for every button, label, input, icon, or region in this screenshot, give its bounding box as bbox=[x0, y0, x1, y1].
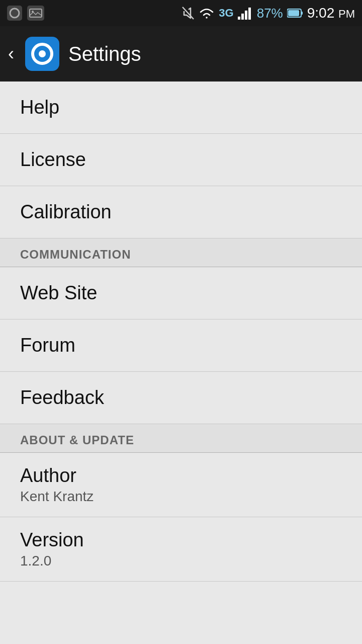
menu-item-calibration[interactable]: Calibration bbox=[0, 186, 362, 238]
menu-item-help-label: Help bbox=[20, 97, 59, 118]
status-bar: 3G 87% 9:02 PM bbox=[0, 0, 362, 26]
section-header-about: ABOUT & UPDATE bbox=[0, 424, 362, 452]
status-bar-right: 3G 87% 9:02 PM bbox=[182, 5, 355, 21]
status-bar-left bbox=[7, 6, 44, 21]
app-icon-ring bbox=[31, 43, 53, 65]
wifi-icon bbox=[199, 7, 215, 20]
svg-rect-9 bbox=[248, 8, 251, 20]
top-bar: ‹ Settings bbox=[0, 26, 362, 82]
menu-item-forum[interactable]: Forum bbox=[0, 319, 362, 372]
back-arrow-icon[interactable]: ‹ bbox=[8, 43, 16, 64]
menu-item-feedback[interactable]: Feedback bbox=[0, 372, 362, 424]
menu-item-calibration-label: Calibration bbox=[20, 201, 112, 222]
image-status-icon bbox=[27, 6, 44, 21]
menu-item-license-label: License bbox=[20, 149, 86, 170]
menu-item-version[interactable]: Version 1.2.0 bbox=[0, 517, 362, 582]
menu-item-forum-label: Forum bbox=[20, 335, 75, 356]
svg-rect-6 bbox=[238, 17, 240, 20]
svg-point-4 bbox=[32, 11, 34, 13]
menu-item-author-value: Kent Krantz bbox=[20, 489, 342, 505]
time-display: 9:02 PM bbox=[307, 5, 355, 21]
section-header-communication: COMMUNICATION bbox=[0, 238, 362, 267]
svg-rect-11 bbox=[301, 12, 303, 15]
circle-status-icon bbox=[7, 6, 22, 21]
section-header-about-label: ABOUT & UPDATE bbox=[20, 433, 134, 447]
page-title: Settings bbox=[68, 43, 141, 65]
menu-item-help[interactable]: Help bbox=[0, 82, 362, 134]
menu-item-license[interactable]: License bbox=[0, 134, 362, 186]
menu-item-version-label: Version bbox=[20, 529, 342, 551]
menu-item-feedback-label: Feedback bbox=[20, 387, 104, 408]
menu-item-version-value: 1.2.0 bbox=[20, 553, 342, 569]
settings-content: Help License Calibration COMMUNICATION W… bbox=[0, 82, 362, 582]
section-header-communication-label: COMMUNICATION bbox=[20, 248, 131, 261]
menu-item-website[interactable]: Web Site bbox=[0, 267, 362, 319]
battery-percentage: 87% bbox=[257, 6, 283, 21]
app-icon-dot bbox=[39, 50, 46, 57]
battery-icon bbox=[287, 8, 303, 18]
app-icon bbox=[25, 37, 59, 71]
svg-rect-8 bbox=[245, 11, 247, 20]
network-type: 3G bbox=[219, 7, 233, 20]
mute-icon bbox=[182, 6, 195, 20]
menu-item-author[interactable]: Author Kent Krantz bbox=[0, 453, 362, 517]
signal-icon bbox=[238, 7, 253, 20]
menu-item-author-label: Author bbox=[20, 465, 342, 487]
svg-rect-12 bbox=[288, 10, 299, 16]
svg-rect-7 bbox=[241, 14, 244, 20]
menu-item-website-label: Web Site bbox=[20, 282, 97, 303]
